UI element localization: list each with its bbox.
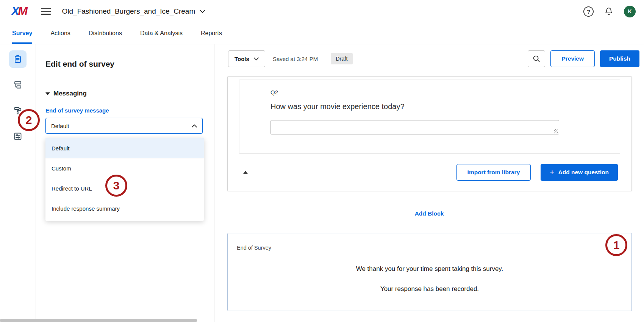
top-bar-right: ? K	[583, 6, 636, 17]
canvas-toolbar: Tools Saved at 3:24 PM Draft Preview Pub…	[228, 50, 639, 67]
survey-title-dropdown[interactable]: Old_Fashioned_Burgers_and_Ice_Cream	[62, 7, 206, 16]
end-of-survey-card[interactable]: End of Survey We thank you for your time…	[227, 233, 632, 311]
block-footer: Import from library + Add new question	[241, 164, 618, 181]
end-of-survey-message-link[interactable]: End of survey message	[45, 107, 109, 114]
notifications-bell-icon[interactable]	[604, 7, 613, 16]
chevron-down-icon	[200, 9, 205, 13]
avatar[interactable]: K	[624, 6, 636, 17]
response-recorded-text: Your response has been recorded.	[228, 285, 631, 293]
publish-button[interactable]: Publish	[600, 50, 639, 67]
end-of-survey-label: End of Survey	[237, 245, 271, 251]
messaging-section-label: Messaging	[53, 90, 87, 97]
hamburger-menu-icon[interactable]	[41, 6, 51, 17]
annotation-circle-3: 3	[105, 175, 127, 197]
question-text[interactable]: How was your movie experience today?	[270, 102, 620, 111]
xm-logo-m: M	[18, 5, 27, 18]
collapse-block-toggle[interactable]	[243, 171, 248, 174]
survey-builder-clipboard-icon	[13, 55, 22, 64]
preview-button[interactable]: Preview	[550, 50, 595, 67]
question-card[interactable]: Q2 How was your movie experience today?	[239, 80, 620, 154]
survey-flow-icon	[13, 80, 22, 89]
caret-down-icon	[45, 92, 50, 95]
import-from-library-button[interactable]: Import from library	[456, 164, 531, 181]
plus-icon: +	[550, 168, 554, 176]
question-text-entry-box[interactable]	[270, 120, 559, 134]
help-button[interactable]: ?	[583, 6, 594, 17]
annotation-circle-1: 1	[605, 234, 627, 256]
add-new-question-button[interactable]: + Add new question	[541, 164, 618, 181]
search-button[interactable]	[528, 50, 545, 67]
left-icon-rail	[0, 44, 36, 322]
message-type-selected-value: Default	[51, 123, 69, 129]
top-bar: X M Old_Fashioned_Burgers_and_Ice_Cream …	[0, 0, 644, 23]
main-nav-tabs: Survey Actions Distributions Data & Anal…	[0, 23, 644, 44]
chevron-up-icon	[192, 124, 197, 128]
survey-options-sliders-icon	[13, 132, 22, 141]
tab-distributions[interactable]: Distributions	[89, 23, 122, 44]
message-type-select[interactable]: Default	[45, 118, 203, 134]
save-status: Saved at 3:24 PM	[273, 56, 318, 62]
menu-item-custom[interactable]: Custom	[45, 158, 204, 178]
question-block-card: Q2 How was your movie experience today? …	[227, 76, 632, 191]
add-block-link[interactable]: Add Block	[214, 210, 644, 217]
search-icon	[532, 55, 541, 63]
menu-item-include-response-summary[interactable]: Include response summary	[45, 199, 204, 219]
menu-item-default[interactable]: Default	[45, 138, 204, 158]
tools-button[interactable]: Tools	[228, 50, 265, 67]
annotation-circle-2: 2	[18, 109, 40, 131]
question-mark-glyph: ?	[587, 8, 590, 15]
horizontal-scrollbar[interactable]	[0, 319, 197, 322]
xm-logo: X M	[11, 5, 27, 18]
tab-reports[interactable]: Reports	[201, 23, 222, 44]
thank-you-text: We thank you for your time spent taking …	[228, 265, 631, 273]
panel-title: Edit end of survey	[45, 59, 203, 69]
rail-survey-flow-button[interactable]	[9, 76, 27, 94]
block-footer-buttons: Import from library + Add new question	[456, 164, 618, 181]
tab-data-analysis[interactable]: Data & Analysis	[140, 23, 183, 44]
rail-survey-options-button[interactable]	[9, 128, 27, 145]
rail-survey-builder-button[interactable]	[9, 50, 27, 68]
canvas-toolbar-right: Preview Publish	[528, 50, 639, 67]
messaging-section-header[interactable]: Messaging	[45, 90, 203, 97]
survey-title: Old_Fashioned_Burgers_and_Ice_Cream	[62, 7, 195, 16]
tab-actions[interactable]: Actions	[50, 23, 70, 44]
tab-survey[interactable]: Survey	[12, 23, 32, 44]
draft-badge: Draft	[331, 53, 352, 64]
qualtrics-survey-editor: X M Old_Fashioned_Burgers_and_Ice_Cream …	[0, 0, 644, 322]
chevron-down-icon	[254, 57, 259, 61]
survey-canvas: Tools Saved at 3:24 PM Draft Preview Pub…	[214, 44, 644, 322]
question-id: Q2	[270, 89, 620, 95]
